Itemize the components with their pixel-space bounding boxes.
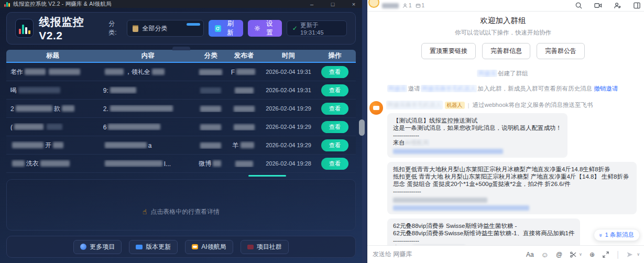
column-action: 操作 bbox=[314, 51, 356, 60]
message-bubble[interactable]: 抵扣更低青青大地秋月梨山东莱阳正宗秋月冰糖梨产地直发净重4斤14.8生鲜8折券 … bbox=[387, 162, 637, 214]
pointing-hand-icon: ☝ bbox=[143, 207, 147, 216]
column-title: 标题 bbox=[6, 51, 99, 60]
add-member-icon[interactable] bbox=[614, 2, 621, 9]
invitee-link[interactable]: 网赚库薅羊毛机器人 bbox=[422, 85, 476, 92]
settings-button[interactable]: 设置 bbox=[248, 20, 282, 37]
detail-hint: ☝ 点击表格中的行查看详情 bbox=[143, 193, 220, 230]
bot-message-group: 网赚库薅羊毛机器人 机器人 | 通过webhook将自定义服务的消息推送至飞书 … bbox=[369, 101, 637, 245]
group-name-redacted bbox=[382, 3, 399, 8]
row-time: 2026-02-04 19:28 bbox=[263, 160, 314, 167]
message-source: 来自AI领航局 bbox=[393, 139, 429, 146]
text-format-icon[interactable]: Aa bbox=[526, 251, 534, 258]
pin-link-button[interactable]: 置顶重要链接 bbox=[421, 43, 476, 59]
footer-links: 更多项目 版本更新 AI领航局 项目社群 bbox=[6, 236, 356, 258]
view-button[interactable]: 查看 bbox=[321, 121, 348, 133]
expand-icon[interactable] bbox=[602, 251, 609, 258]
screenshot-scissors-icon[interactable] bbox=[570, 251, 577, 258]
person-icon bbox=[402, 3, 408, 8]
table-row[interactable]: ( 6 2026-02-04 19:29 查看 bbox=[6, 118, 356, 136]
window-title: 线报监控系统 V2.2 - 网赚库 & AI领航局 bbox=[13, 1, 112, 8]
app-logo-icon bbox=[15, 19, 34, 38]
monitor-icon bbox=[136, 245, 143, 249]
desktop: 线报监控系统 V2.2 - 网赚库 & AI领航局 – □ × 线报监控 V2.… bbox=[0, 0, 644, 263]
view-button[interactable]: 查看 bbox=[321, 84, 348, 96]
view-button[interactable]: 查看 bbox=[321, 158, 348, 170]
send-options-chevron-icon[interactable]: ∨ bbox=[637, 252, 640, 257]
robot-icon bbox=[192, 244, 198, 249]
view-button[interactable]: 查看 bbox=[321, 103, 348, 115]
tab-count-badge: 1 bbox=[416, 3, 425, 8]
redacted-link bbox=[393, 205, 529, 211]
category-select[interactable]: 全部分类 bbox=[127, 20, 203, 37]
ai-hub-button[interactable]: AI领航局 bbox=[185, 240, 233, 254]
group-avatar[interactable] bbox=[368, 0, 379, 8]
scrollbar-thumb[interactable] bbox=[359, 119, 365, 136]
row-time: 2026-02-04 19:29 bbox=[263, 142, 314, 148]
member-count-badge: 1 bbox=[402, 3, 412, 8]
inviter-link[interactable]: 网赚库 bbox=[388, 85, 407, 92]
welcome-card: 欢迎加入群组 你可以尝试以下操作，快速开始协作 置顶重要链接 完善群信息 完善群… bbox=[369, 16, 637, 59]
column-content: 内容 bbox=[99, 51, 197, 60]
dropdown-indicator bbox=[187, 23, 200, 26]
chat-header-actions bbox=[575, 2, 644, 9]
table-row[interactable]: 洗衣 I... 微博 2026-02-04 19:28 查看 bbox=[6, 155, 356, 173]
table-row[interactable]: 老作 ，领礼全 F 2026-02-04 19:31 查看 bbox=[6, 63, 356, 81]
plus-icon[interactable]: ⊕ bbox=[590, 251, 595, 258]
redacted-text bbox=[393, 198, 487, 203]
new-message-badge[interactable]: » 1 条新消息 bbox=[594, 229, 640, 241]
row-time: 2026-02-04 19:29 bbox=[263, 124, 314, 130]
minimize-button[interactable]: – bbox=[308, 1, 316, 7]
message-list[interactable]: 欢迎加入群组 你可以尝试以下操作，快速开始协作 置顶重要链接 完善群信息 完善群… bbox=[367, 12, 644, 245]
detail-panel: ☝ 点击表格中的行查看详情 bbox=[6, 179, 356, 231]
table-row[interactable]: 2款 2. 2026-02-04 19:29 查看 bbox=[6, 100, 356, 118]
bot-avatar[interactable] bbox=[369, 101, 383, 115]
version-update-button[interactable]: 版本更新 bbox=[129, 240, 178, 254]
table-notch bbox=[172, 47, 190, 50]
divider: | bbox=[617, 250, 619, 259]
window-icon bbox=[416, 3, 421, 8]
message-bubble[interactable]: 【测试消息】线报监控推送测试 这是一条测试消息，如果您收到此消息，说明机器人配置… bbox=[387, 113, 567, 158]
edit-announcement-button[interactable]: 完善群公告 bbox=[537, 43, 585, 59]
video-call-icon[interactable] bbox=[594, 2, 602, 9]
message-source: 来自AI bbox=[393, 245, 411, 245]
list-icon bbox=[133, 25, 138, 32]
table-row[interactable]: 开 a 羊 2026-02-04 19:29 查看 bbox=[6, 136, 356, 155]
input-toolbar: Aa ☺ @ ∨ ⊕ | ∨ bbox=[526, 250, 640, 259]
table-row[interactable]: 喝 9: 2026-02-04 19:31 查看 bbox=[6, 81, 356, 100]
welcome-title: 欢迎加入群组 bbox=[369, 16, 637, 26]
revoke-invite-link[interactable]: 撤销邀请 bbox=[594, 85, 618, 92]
message-bubble[interactable]: 62元叠88vip消费券 Swisse斯维诗益生菌软糖 - 62元叠88vip消… bbox=[387, 218, 580, 245]
mention-icon[interactable]: @ bbox=[556, 251, 562, 258]
community-button[interactable]: 项目社群 bbox=[241, 240, 289, 254]
close-button[interactable]: × bbox=[350, 1, 358, 7]
maximize-button[interactable]: □ bbox=[329, 1, 337, 7]
more-projects-button[interactable]: 更多项目 bbox=[73, 240, 122, 254]
system-message-created: 网赚库 创建了群组 bbox=[369, 70, 637, 78]
app-header: 线报监控 V2.2 分类: 全部分类 刷新 设置 bbox=[6, 12, 356, 45]
creator-link[interactable]: 网赚库 bbox=[478, 70, 496, 76]
redacted-link bbox=[393, 149, 503, 154]
search-icon[interactable] bbox=[575, 2, 583, 9]
system-message-invite: 网赚库 邀请 网赚库薅羊毛机器人 加入此群，新成员入群可查看所有历史消息 撤销邀… bbox=[369, 85, 637, 93]
last-updated-badge: ✓ 更新于 19:31:45 bbox=[287, 20, 347, 36]
table-header: 标题 内容 分类 发布者 时间 操作 bbox=[6, 50, 356, 63]
message-input[interactable]: 发送给 网赚库 bbox=[373, 250, 526, 259]
send-icon[interactable] bbox=[626, 251, 634, 258]
report-table: 标题 内容 分类 发布者 时间 操作 老作 ，领礼全 F 2026-02-04 … bbox=[6, 50, 356, 173]
chevron-down-icon[interactable]: ∨ bbox=[579, 252, 582, 257]
view-button[interactable]: 查看 bbox=[321, 139, 348, 151]
monitor-app-window: 线报监控系统 V2.2 - 网赚库 & AI领航局 – □ × 线报监控 V2.… bbox=[0, 0, 362, 263]
edit-group-info-button[interactable]: 完善群信息 bbox=[482, 43, 530, 59]
app-title: 线报监控 V2.2 bbox=[39, 15, 108, 42]
message-input-bar: 发送给 网赚库 Aa ☺ @ ∨ ⊕ | ∨ bbox=[367, 245, 644, 263]
hint-text: 点击表格中的行查看详情 bbox=[150, 207, 220, 216]
header-controls: 分类: 全部分类 刷新 设置 ✓ bbox=[108, 19, 347, 37]
bot-badge: 机器人 bbox=[445, 102, 465, 109]
column-time: 时间 bbox=[263, 51, 314, 60]
view-button[interactable]: 查看 bbox=[321, 66, 348, 78]
refresh-button[interactable]: 刷新 bbox=[209, 20, 243, 37]
emoji-icon[interactable]: ☺ bbox=[541, 250, 549, 259]
open-panel-icon[interactable] bbox=[633, 2, 641, 9]
chat-panel: 1 1 欢迎加入群组 你可以尝试以下操作，快速开始协作 bbox=[367, 0, 644, 263]
archive-icon bbox=[247, 245, 254, 249]
